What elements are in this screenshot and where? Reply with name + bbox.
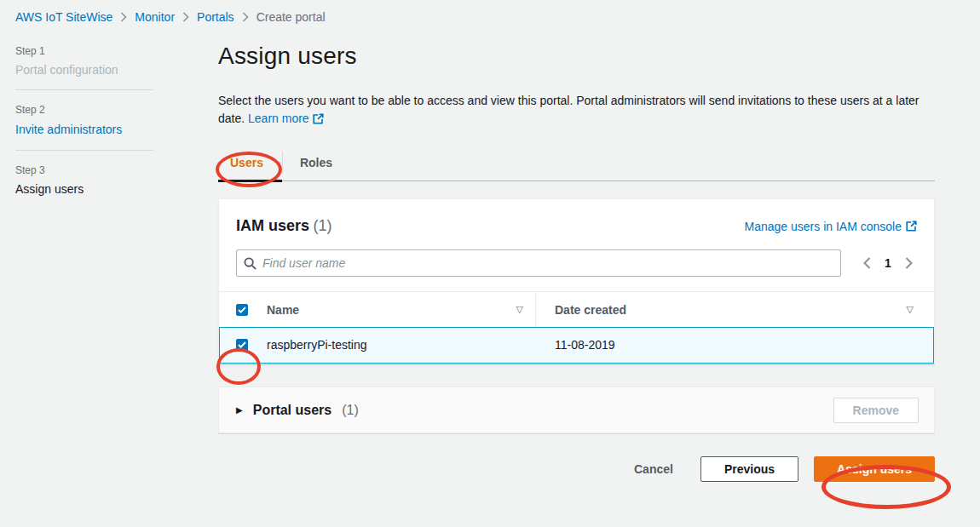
tab-users[interactable]: Users	[218, 146, 282, 180]
select-all-checkbox[interactable]	[236, 304, 248, 316]
row-name-cell: raspberryPi-testing	[267, 327, 536, 363]
row-user-name: raspberryPi-testing	[267, 338, 367, 352]
step-3-label: Step 3	[15, 164, 177, 176]
external-link-icon	[313, 113, 324, 124]
step-3-title: Assign users	[15, 182, 177, 196]
breadcrumb-portals[interactable]: Portals	[197, 10, 234, 24]
table-header-date-cell[interactable]: Date created ▽	[536, 303, 934, 317]
row-date-cell: 11-08-2019	[536, 338, 934, 352]
tab-roles[interactable]: Roles	[283, 146, 349, 180]
previous-button[interactable]: Previous	[700, 456, 798, 482]
step-1-title: Portal configuration	[15, 63, 177, 77]
breadcrumb-aws-iot-sitewise[interactable]: AWS IoT SiteWise	[15, 10, 112, 24]
step-1: Step 1 Portal configuration	[15, 45, 177, 77]
pagination-next-icon[interactable]	[905, 257, 913, 269]
iam-users-panel: IAM users (1) Manage users in IAM consol…	[218, 198, 935, 364]
find-user-name-input[interactable]	[262, 256, 833, 270]
row-checkbox-cell	[219, 339, 267, 351]
column-header-date-created: Date created	[555, 303, 626, 317]
assign-users-button[interactable]: Assign users	[814, 456, 935, 482]
sort-icon[interactable]: ▽	[907, 304, 914, 315]
portal-users-panel: ▶ Portal users (1) Remove	[218, 387, 935, 433]
sort-icon[interactable]: ▽	[516, 304, 523, 315]
tab-bar: Users Roles	[218, 146, 935, 181]
cancel-button[interactable]: Cancel	[625, 457, 682, 481]
step-1-label: Step 1	[15, 45, 177, 57]
breadcrumb-create-portal: Create portal	[257, 10, 326, 24]
learn-more-link[interactable]: Learn more	[248, 110, 324, 128]
remove-button[interactable]: Remove	[833, 398, 919, 423]
step-2-link[interactable]: Invite administrators	[15, 123, 122, 136]
expand-triangle-icon: ▶	[236, 405, 243, 415]
step-divider	[15, 89, 153, 90]
portal-users-title: Portal users	[253, 403, 331, 418]
search-row: 1	[219, 235, 934, 291]
step-2: Step 2 Invite administrators	[15, 104, 177, 137]
iam-users-title-group: IAM users (1)	[236, 217, 331, 235]
wizard-steps-sidebar: Step 1 Portal configuration Step 2 Invit…	[15, 45, 177, 196]
user-search-box	[236, 249, 841, 277]
step-3: Step 3 Assign users	[15, 164, 177, 196]
breadcrumb: AWS IoT SiteWise Monitor Portals Create …	[15, 10, 326, 24]
row-checkbox[interactable]	[236, 339, 248, 351]
manage-users-iam-console-label: Manage users in IAM console	[745, 220, 902, 233]
table-header-name-cell[interactable]: Name ▽	[267, 292, 536, 327]
table-header-row: Name ▽ Date created ▽	[219, 291, 934, 328]
iam-users-title: IAM users	[236, 217, 309, 234]
chevron-right-icon	[242, 12, 249, 22]
iam-users-panel-header: IAM users (1) Manage users in IAM consol…	[219, 199, 934, 235]
chevron-right-icon	[182, 12, 189, 22]
table-header-checkbox-cell	[219, 304, 267, 316]
breadcrumb-monitor[interactable]: Monitor	[135, 10, 175, 24]
portal-users-expander[interactable]: ▶ Portal users (1)	[236, 403, 359, 418]
external-link-icon	[906, 221, 917, 232]
page-title: Assign users	[218, 43, 935, 70]
learn-more-label: Learn more	[248, 110, 309, 128]
pagination-prev-icon[interactable]	[863, 257, 871, 269]
main-content: Assign users Select the users you want t…	[218, 43, 935, 482]
portal-users-count: (1)	[342, 403, 359, 418]
row-date-created: 11-08-2019	[555, 338, 615, 352]
pagination: 1	[863, 256, 913, 270]
column-header-name: Name	[267, 303, 299, 317]
table-row-raspberrypi-testing[interactable]: raspberryPi-testing 11-08-2019	[219, 327, 934, 364]
chevron-right-icon	[120, 12, 127, 22]
manage-users-iam-console-link[interactable]: Manage users in IAM console	[745, 220, 917, 233]
iam-users-count: (1)	[313, 217, 331, 234]
step-divider	[15, 150, 153, 151]
page-description: Select the users you want to be able to …	[218, 92, 935, 128]
search-icon	[244, 257, 257, 270]
footer-actions: Cancel Previous Assign users	[218, 456, 935, 482]
pagination-current-page[interactable]: 1	[885, 256, 891, 270]
step-2-label: Step 2	[15, 104, 177, 116]
